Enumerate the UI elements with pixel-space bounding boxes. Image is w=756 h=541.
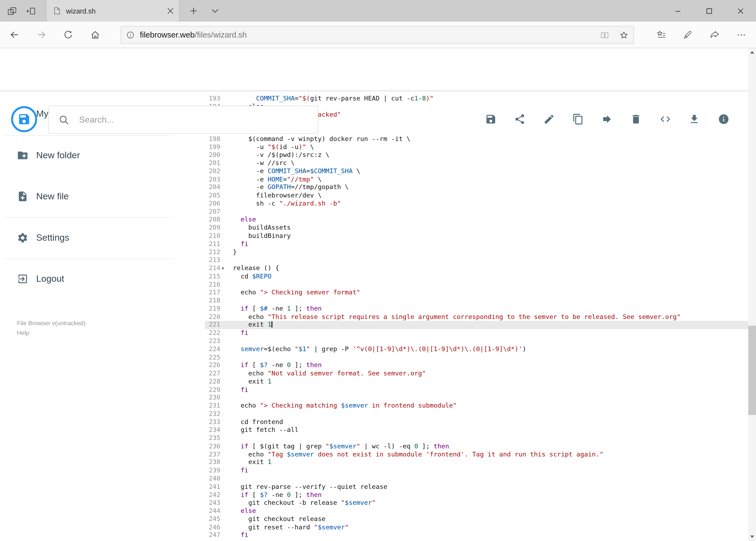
- new-tab-button[interactable]: [185, 0, 202, 22]
- code-line[interactable]: 242 if [ $? -ne 0 ]; then: [193, 491, 748, 499]
- code-line[interactable]: 228 exit 1: [193, 377, 748, 386]
- sidebar-item-logout[interactable]: Logout: [0, 265, 183, 293]
- code-line[interactable]: 238 exit 1: [193, 459, 748, 467]
- refresh-button[interactable]: [58, 22, 79, 48]
- code-line[interactable]: 229 fi: [193, 386, 748, 394]
- sidebar-item-settings[interactable]: Settings: [0, 224, 183, 252]
- code-line[interactable]: 220 echo "This release script requires a…: [193, 313, 748, 321]
- code-line[interactable]: 226 if [ $? -ne 0 ]; then: [193, 361, 748, 369]
- code-line[interactable]: 207: [193, 208, 748, 216]
- code-line[interactable]: 236 if [ $(git tag | grep "$semver" | wc…: [193, 442, 748, 450]
- code-line[interactable]: 225: [193, 353, 748, 362]
- code-line[interactable]: 217 echo "> Checking semver format": [193, 289, 748, 297]
- settings-icon: [17, 232, 29, 244]
- download-button[interactable]: [685, 110, 704, 129]
- code-line[interactable]: 204 -e GOPATH=//tmp/gopath \: [193, 184, 748, 192]
- vertical-scrollbar[interactable]: [748, 48, 756, 541]
- web-note-button[interactable]: [677, 22, 698, 48]
- set-tabs-aside-button[interactable]: [23, 0, 40, 22]
- code-line[interactable]: 219 if [ $# -ne 1 ]; then: [193, 305, 748, 313]
- more-button[interactable]: [730, 22, 752, 48]
- code-line[interactable]: 212}: [193, 248, 748, 256]
- code-line[interactable]: 200 -v /$(pwd):/src:z \: [193, 151, 748, 159]
- code-line[interactable]: 234 git fetch --all: [193, 426, 748, 434]
- back-button[interactable]: [4, 22, 25, 48]
- search-input[interactable]: [78, 114, 290, 125]
- site-info-icon[interactable]: [126, 31, 135, 40]
- code-line[interactable]: 243 git checkout -b release "$semver": [193, 499, 748, 507]
- code-line[interactable]: 205 filebrowser/dev \: [193, 192, 748, 200]
- code-line[interactable]: 199 -u "$(id -u)" \: [193, 143, 748, 151]
- maximize-icon: [706, 8, 712, 14]
- code-line[interactable]: 206 sh -c "./wizard.sh -b": [193, 200, 748, 208]
- window-maximize-button[interactable]: [694, 0, 724, 22]
- line-number: 244: [193, 507, 220, 515]
- window-close-button[interactable]: [725, 0, 755, 22]
- forward-button[interactable]: [31, 22, 52, 48]
- code-line[interactable]: 232: [193, 410, 748, 418]
- code-line[interactable]: 245 git checkout release: [193, 515, 748, 523]
- code-line[interactable]: 211 fi: [193, 240, 748, 248]
- code-line[interactable]: 244 else: [193, 507, 748, 515]
- code-line[interactable]: 198 $(command -v winpty) docker run --rm…: [193, 135, 748, 143]
- code-line[interactable]: 216: [193, 280, 748, 289]
- sidebar-item-label: New folder: [36, 150, 80, 161]
- address-bar[interactable]: filebrowser.web/files/wizard.sh: [121, 26, 634, 44]
- home-button[interactable]: [85, 22, 106, 48]
- code-line[interactable]: 246 git reset --hard "$semver": [193, 523, 748, 531]
- fold-gutter: [220, 176, 233, 184]
- scroll-down-button[interactable]: [748, 533, 756, 541]
- code-line[interactable]: 223: [193, 337, 748, 345]
- code-line[interactable]: 241 git rev-parse --verify --quiet relea…: [193, 483, 748, 491]
- chevron-down-icon: [212, 9, 218, 13]
- code-line[interactable]: 201 -w //src \: [193, 159, 748, 168]
- code-line[interactable]: 235: [193, 434, 748, 442]
- browser-tab[interactable]: wizard.sh: [46, 0, 180, 22]
- code-line[interactable]: 209 buildAssets: [193, 224, 748, 232]
- code-line[interactable]: 224 semver=$(echo "$1" | grep -P '^v(0|[…: [193, 345, 748, 353]
- code-line[interactable]: 230: [193, 394, 748, 402]
- scroll-up-button[interactable]: [748, 48, 756, 56]
- sidebar-item-new-file[interactable]: New file: [0, 182, 183, 211]
- app-logo[interactable]: [11, 106, 37, 132]
- tab-preview-button[interactable]: [4, 0, 20, 22]
- code-line[interactable]: 221 exit 1: [193, 321, 748, 329]
- code-line[interactable]: 208 else: [193, 216, 748, 224]
- copy-button[interactable]: [569, 110, 588, 129]
- sidebar-item-new-folder[interactable]: New folder: [0, 141, 183, 170]
- delete-button[interactable]: [626, 110, 645, 129]
- window-minimize-button[interactable]: [663, 0, 693, 22]
- tab-list-dropdown-button[interactable]: [206, 0, 224, 22]
- code-line[interactable]: 193 COMMIT_SHA="$(git rev-parse HEAD | c…: [193, 95, 748, 103]
- code-line[interactable]: 210 buildBinary: [193, 232, 748, 240]
- code-line[interactable]: 218: [193, 297, 748, 305]
- share-button[interactable]: [704, 22, 725, 48]
- save-button[interactable]: [481, 110, 500, 129]
- code-line[interactable]: 203 -e HOME="//tmp" \: [193, 176, 748, 184]
- code-line[interactable]: 215 cd $REPO: [193, 272, 748, 280]
- code-editor[interactable]: 193 COMMIT_SHA="$(git rev-parse HEAD | c…: [193, 91, 748, 541]
- code-line[interactable]: 233 cd frontend: [193, 418, 748, 426]
- edit-button[interactable]: [540, 110, 559, 129]
- code-line[interactable]: 227 echo "Not valid semver format. See s…: [193, 369, 748, 377]
- scrollbar-thumb[interactable]: [748, 326, 756, 415]
- code-line[interactable]: 231 echo "> Checking matching $semver in…: [193, 402, 748, 410]
- code-line[interactable]: 202 -e COMMIT_SHA=$COMMIT_SHA \: [193, 168, 748, 176]
- fold-arrow-icon[interactable]: ▾: [220, 265, 233, 272]
- move-button[interactable]: [597, 110, 617, 129]
- hub-button[interactable]: [650, 22, 672, 48]
- add-favorite-button[interactable]: [614, 26, 633, 44]
- code-line[interactable]: 247 fi: [193, 531, 748, 539]
- share-file-button[interactable]: [510, 110, 529, 129]
- code-view-button[interactable]: [655, 110, 675, 129]
- code-line[interactable]: 213: [193, 256, 748, 265]
- reading-view-button[interactable]: [595, 26, 614, 44]
- tab-close-button[interactable]: [167, 8, 173, 14]
- code-line[interactable]: 237 echo "Tag $semver does not exist in …: [193, 450, 748, 459]
- code-line[interactable]: 240: [193, 475, 748, 483]
- code-line[interactable]: 222 fi: [193, 329, 748, 337]
- info-button[interactable]: [714, 110, 733, 129]
- code-line[interactable]: 239 fi: [193, 467, 748, 475]
- code-line[interactable]: 214▾release () {: [193, 265, 748, 272]
- help-link[interactable]: Help: [17, 328, 86, 338]
